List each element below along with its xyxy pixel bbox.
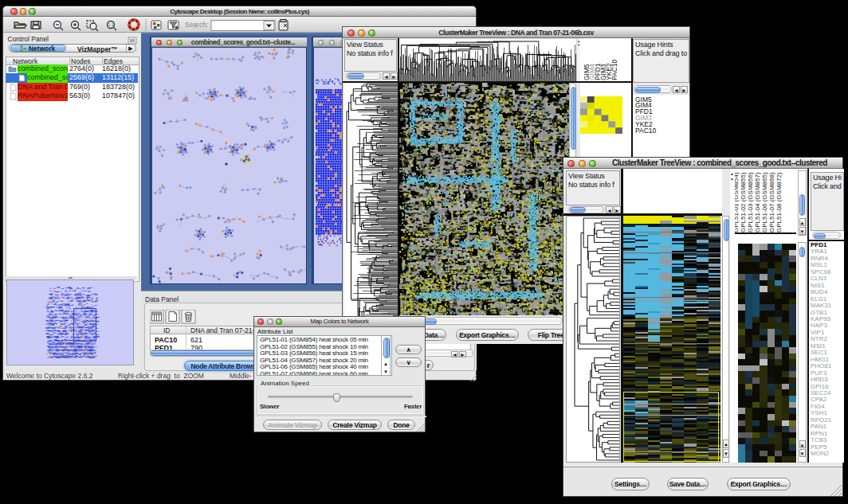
svg-text:Search:: Search: xyxy=(185,21,208,29)
svg-text:GPL51-03 (GSM856): GPL51-03 (GSM856) xyxy=(747,172,754,232)
svg-text:GPL51-02 (GSM855): GPL51-02 (GSM855) xyxy=(740,172,747,232)
svg-text:GPL51-06 (GSM865): GPL51-06 (GSM865) xyxy=(761,172,768,232)
svg-text:GPL51-08 (GSM872): GPL51-08 (GSM872) xyxy=(775,172,783,232)
svg-text:GPL51-07 (GSM868): GPL51-07 (GSM868) xyxy=(768,172,775,232)
svg-text:GPL51-04 (GSM857): GPL51-04 (GSM857) xyxy=(754,172,761,232)
svg-text:1:1: 1:1 xyxy=(108,22,114,27)
svg-text:PAC10: PAC10 xyxy=(610,59,618,80)
